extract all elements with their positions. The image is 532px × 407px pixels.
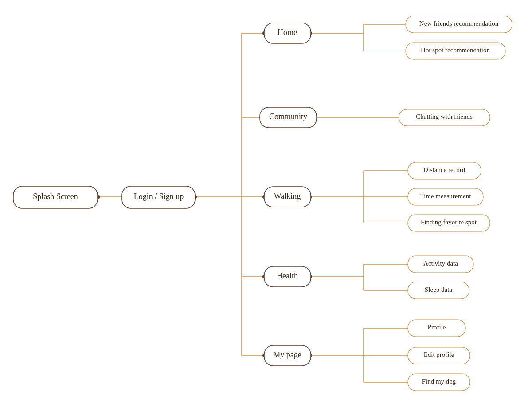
activity-label: Activity data (423, 260, 458, 267)
find-dog-label: Find my dog (422, 378, 456, 385)
health-label: Health (277, 271, 298, 280)
mypage-label: My page (273, 350, 301, 359)
home-label: Home (278, 28, 297, 37)
login-label: Login / Sign up (134, 192, 184, 201)
sleep-label: Sleep data (425, 286, 452, 293)
distance-label: Distance record (423, 166, 466, 173)
new-friends-label: New friends recommendation (419, 20, 499, 27)
community-label: Community (269, 112, 307, 121)
edit-profile-label: Edit profile (424, 351, 454, 358)
finding-label: Finding favorite spot (421, 219, 477, 226)
mindmap-diagram: Splash Screen Login / Sign up Home Commu… (0, 0, 532, 407)
chatting-label: Chatting with friends (416, 113, 473, 120)
profile-label: Profile (428, 324, 446, 331)
time-label: Time measurement (420, 192, 472, 200)
splash-screen-label: Splash Screen (33, 192, 78, 201)
walking-label: Walking (274, 192, 301, 200)
hot-spot-label: Hot spot recommendation (421, 47, 490, 54)
